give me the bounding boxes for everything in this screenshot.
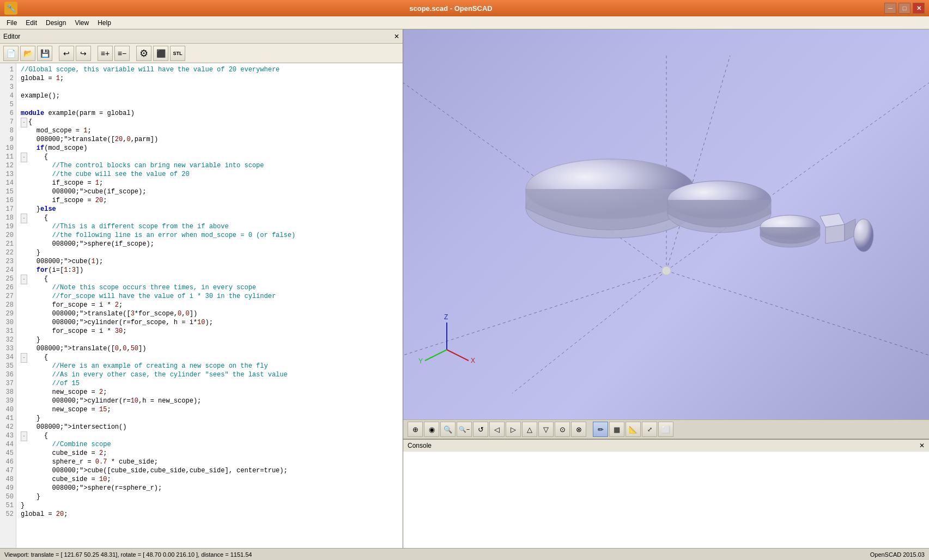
window-title: scope.scad - OpenSCAD: [17, 4, 884, 13]
code-line: //As in every other case, the cylinder "…: [21, 370, 398, 379]
menu-design[interactable]: Design: [41, 18, 70, 28]
code-line: for(i=[1:3]): [21, 266, 398, 275]
save-button[interactable]: 💾: [37, 46, 52, 61]
editor-panel: Editor ✕ 📄 📂 💾 ↩ ↪ ≡+ ≡− ⚙ ⬛ STL 1234567…: [0, 29, 403, 548]
line-number: 33: [2, 344, 14, 353]
svg-point-11: [667, 181, 771, 219]
line-number: 44: [2, 440, 14, 449]
line-number: 42: [2, 423, 14, 431]
code-line: //the following line is an error when mo…: [21, 231, 398, 240]
bbox-button[interactable]: ⬜: [658, 422, 673, 437]
line-number: 46: [2, 458, 14, 466]
line-numbers: 1234567891011121314151617181920212223242…: [0, 63, 16, 548]
svg-line-0: [666, 83, 929, 271]
render-button[interactable]: ⬛: [153, 46, 168, 61]
menubar: File Edit Design View Help: [0, 16, 929, 29]
editor-close-button[interactable]: ✕: [394, 33, 399, 40]
svg-marker-14: [825, 224, 845, 244]
unindent-button[interactable]: ≡−: [114, 46, 130, 61]
view-front-button[interactable]: △: [522, 422, 537, 437]
code-line: new_scope = 15;: [21, 405, 398, 414]
view-back-button[interactable]: ▽: [538, 422, 554, 437]
code-line: }: [21, 501, 398, 510]
code-line: //of 15: [21, 379, 398, 388]
console-close-button[interactable]: ✕: [919, 442, 925, 449]
code-line: - {: [21, 153, 398, 161]
code-line: 008000;">cylinder(r=for_scope, h = i*10)…: [21, 318, 398, 327]
perspective-view-button[interactable]: ⊕: [408, 422, 423, 437]
line-number: 41: [2, 414, 14, 423]
svg-point-7: [526, 178, 695, 238]
line-number: 4: [2, 92, 14, 100]
line-number: 1: [2, 65, 14, 74]
view-bottom-button[interactable]: ⊗: [571, 422, 586, 437]
line-number: 14: [2, 179, 14, 187]
line-number: 30: [2, 318, 14, 327]
preview-button[interactable]: ⚙: [136, 46, 151, 61]
indent-button[interactable]: ≡+: [98, 46, 113, 61]
svg-point-12: [760, 223, 820, 247]
line-number: 23: [2, 257, 14, 266]
3d-viewport[interactable]: Z X Y: [403, 29, 929, 419]
measure-button[interactable]: 📐: [626, 422, 641, 437]
view-left-button[interactable]: ◁: [489, 422, 505, 437]
line-number: 12: [2, 161, 14, 170]
line-number: 35: [2, 362, 14, 370]
open-button[interactable]: 📂: [20, 46, 35, 61]
line-number: 25: [2, 275, 14, 283]
line-number: 49: [2, 484, 14, 492]
window-controls: ─ □ ✕: [884, 3, 925, 14]
svg-line-6: [512, 271, 666, 393]
menu-view[interactable]: View: [70, 18, 93, 28]
zoom-in-button[interactable]: 🔍: [440, 422, 456, 437]
menu-help[interactable]: Help: [93, 18, 116, 28]
svg-point-18: [662, 266, 671, 275]
maximize-button[interactable]: □: [898, 3, 910, 14]
line-number: 24: [2, 266, 14, 275]
console-header: Console ✕: [403, 440, 929, 452]
export-stl-button[interactable]: STL: [170, 46, 185, 61]
editor-title: Editor: [3, 33, 20, 40]
code-content[interactable]: //Global scope, this variable will have …: [16, 63, 403, 548]
code-line: [21, 100, 398, 109]
close-button[interactable]: ✕: [913, 3, 925, 14]
render-mode-button[interactable]: ✏: [593, 422, 608, 437]
code-line: //the cube will see the value of 20: [21, 170, 398, 179]
code-line: 008000;">translate([20,0,parm]): [21, 135, 398, 144]
code-line: if_scope = 20;: [21, 196, 398, 205]
svg-text:X: X: [471, 357, 475, 364]
code-line: }else: [21, 205, 398, 214]
menu-edit[interactable]: Edit: [21, 18, 41, 28]
line-number: 8: [2, 126, 14, 135]
menu-file[interactable]: File: [2, 18, 21, 28]
code-line: 008000;">translate([0,0,50]): [21, 344, 398, 353]
wireframe-button[interactable]: ▦: [609, 422, 624, 437]
code-line: }: [21, 492, 398, 501]
line-number: 45: [2, 449, 14, 458]
ortho-view-button[interactable]: ◉: [424, 422, 439, 437]
line-number: 21: [2, 240, 14, 248]
line-number: 36: [2, 370, 14, 379]
redo-button[interactable]: ↪: [76, 46, 91, 61]
svg-line-1: [403, 83, 666, 271]
code-line: - {: [21, 214, 398, 222]
editor-toolbar: 📄 📂 💾 ↩ ↪ ≡+ ≡− ⚙ ⬛ STL: [0, 44, 403, 63]
line-number: 43: [2, 431, 14, 440]
code-line: 008000;">cube(1);: [21, 257, 398, 266]
new-button[interactable]: 📄: [3, 46, 19, 61]
line-number: 52: [2, 510, 14, 519]
undo-button[interactable]: ↩: [59, 46, 74, 61]
zoom-out-button[interactable]: 🔍−: [457, 422, 472, 437]
reset-view-button[interactable]: ↺: [473, 422, 488, 437]
code-line: //This is a different scope from the if …: [21, 222, 398, 231]
view-top-button[interactable]: ⊙: [555, 422, 570, 437]
code-line: 008000;">translate([3*for_scope,0,0]): [21, 309, 398, 318]
minimize-button[interactable]: ─: [884, 3, 896, 14]
line-number: 17: [2, 205, 14, 214]
code-editor[interactable]: 1234567891011121314151617181920212223242…: [0, 63, 403, 548]
view-right-button[interactable]: ▷: [506, 422, 521, 437]
crosshair-button[interactable]: ⤢: [642, 422, 657, 437]
code-line: 008000;">cube([cube_side,cube_side,cube_…: [21, 466, 398, 475]
line-number: 2: [2, 74, 14, 83]
code-line: mod_scope = 1;: [21, 126, 398, 135]
